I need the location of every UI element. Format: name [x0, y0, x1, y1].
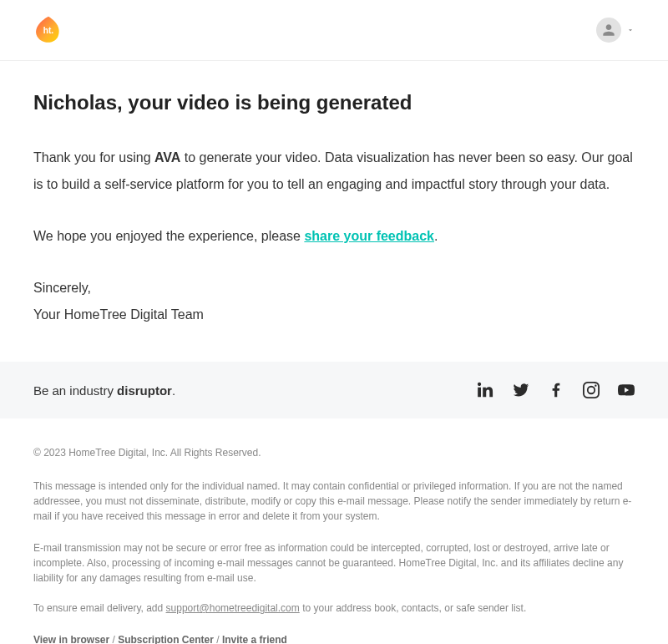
intro-paragraph: Thank you for using AVA to generate your… [33, 145, 635, 198]
disclaimer-1: This message is intended only for the in… [33, 479, 635, 524]
product-name: AVA [154, 150, 180, 165]
chevron-down-icon [626, 26, 635, 34]
feedback-paragraph: We hope you enjoyed the experience, plea… [33, 223, 635, 250]
subscription-center-link[interactable]: Subscription Center [118, 634, 214, 644]
text: . [172, 383, 175, 398]
signoff: Sincerely, Your HomeTree Digital Team [33, 275, 635, 328]
copyright: © 2023 HomeTree Digital, Inc. All Rights… [33, 447, 635, 459]
text: Be an industry [33, 383, 117, 398]
signoff-line: Sincerely, [33, 281, 91, 295]
twitter-icon[interactable] [513, 382, 529, 398]
delivery-note: To ensure email delivery, add support@ho… [33, 602, 635, 614]
tagline: Be an industry disruptor. [33, 383, 175, 398]
share-feedback-link[interactable]: share your feedback [304, 229, 434, 243]
view-in-browser-link[interactable]: View in browser [33, 634, 109, 644]
text: To ensure email delivery, add [33, 602, 166, 614]
page-title: Nicholas, your video is being generated [33, 91, 635, 114]
instagram-icon[interactable] [583, 382, 600, 398]
linkedin-icon[interactable] [478, 382, 494, 398]
separator: / [109, 634, 118, 644]
disclaimer-2: E-mail transmission may not be secure or… [33, 540, 635, 586]
svg-text:ht.: ht. [43, 26, 54, 35]
youtube-icon[interactable] [618, 382, 635, 398]
main-content: Nicholas, your video is being generated … [0, 61, 668, 362]
invite-friend-link[interactable]: Invite a friend [222, 634, 287, 644]
facebook-icon[interactable] [548, 382, 564, 398]
signoff-team: Your HomeTree Digital Team [33, 307, 204, 322]
avatar [596, 18, 621, 43]
brand-logo[interactable]: ht. [33, 15, 63, 45]
text: to your address book, contacts, or safe … [300, 602, 526, 614]
footer-links: View in browser / Subscription Center / … [33, 634, 635, 644]
tagline-bar: Be an industry disruptor. [0, 362, 668, 418]
text: Thank you for using [33, 150, 154, 165]
footer: © 2023 HomeTree Digital, Inc. All Rights… [0, 418, 668, 644]
account-menu[interactable] [596, 18, 635, 43]
support-email-link[interactable]: support@hometreedigital.com [166, 602, 300, 614]
separator: / [214, 634, 222, 644]
text: . [434, 229, 438, 243]
social-links [478, 382, 635, 398]
header: ht. [0, 0, 668, 61]
text: We hope you enjoyed the experience, plea… [33, 229, 304, 243]
tagline-bold: disruptor [117, 383, 172, 398]
